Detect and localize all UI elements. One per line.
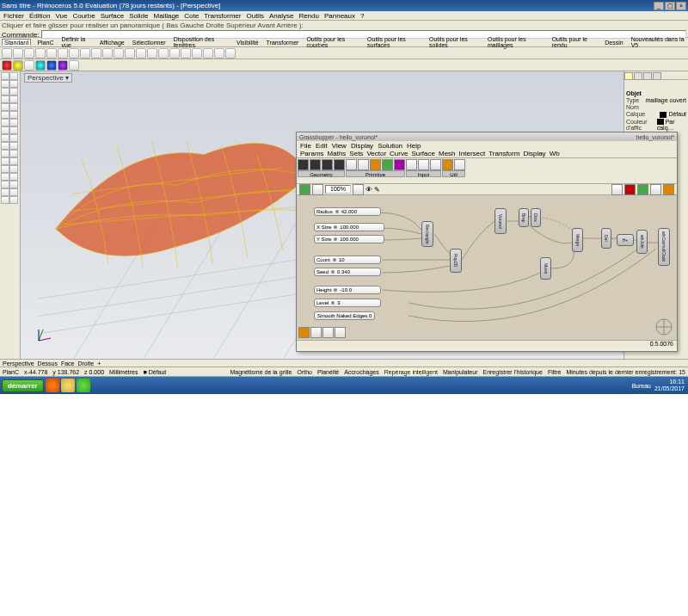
cone-tool-icon[interactable] (9, 134, 18, 142)
gh-menu-edit[interactable]: Edit (316, 142, 328, 150)
tab-standard[interactable]: Standard (2, 39, 31, 46)
circle-tool-icon[interactable] (1, 95, 9, 103)
osnap-gumball[interactable]: Manipulateur (443, 369, 477, 375)
gh-input-icon[interactable] (406, 159, 417, 170)
extrude-tool-icon[interactable] (9, 119, 18, 126)
component-del[interactable]: Del (601, 228, 611, 249)
osnap-filter[interactable]: Filtre (548, 369, 562, 375)
props-tab-icon[interactable] (624, 72, 633, 80)
toolbar-tabs[interactable]: Standard PlanC Définir la vue Affichage … (0, 38, 688, 47)
tab-solides[interactable]: Outils pour les solides (427, 36, 482, 48)
gh-prim-icon[interactable] (394, 159, 405, 170)
render-icon[interactable] (192, 48, 202, 59)
gh-tab-curve[interactable]: Curve (390, 150, 408, 157)
gh-canvas-toolbar[interactable]: 100% 👁 ✎ (297, 184, 677, 195)
tab-fenetres[interactable]: Disposition des fenêtres (172, 36, 230, 48)
gh-menu-file[interactable]: File (300, 142, 311, 150)
fillet-tool-icon[interactable] (1, 188, 9, 196)
gh-prim-icon[interactable] (358, 159, 369, 170)
tray-desk[interactable]: Bureau (631, 383, 651, 389)
tab-dessin[interactable]: Dessin (603, 40, 624, 46)
tab-vue[interactable]: Définir la vue (60, 36, 94, 48)
slider-height[interactable]: Height -10.0 (314, 286, 381, 294)
gh-tab-transform[interactable]: Transform (488, 150, 519, 157)
menu-solide[interactable]: Solide (129, 12, 148, 20)
gh-shade-icon[interactable] (663, 184, 674, 195)
open-icon[interactable] (13, 48, 23, 59)
mirror-tool-icon[interactable] (1, 165, 9, 173)
polygon-tool-icon[interactable] (1, 111, 9, 119)
save-icon[interactable] (24, 48, 34, 59)
paste-icon[interactable] (69, 48, 79, 59)
explorer-icon[interactable] (61, 379, 75, 392)
menu-maillage[interactable]: Maillage (154, 12, 180, 20)
tab-courbes[interactable]: Outils pour les courbes (304, 36, 361, 48)
gh-category-tabs[interactable]: Params Maths Sets Vector Curve Surface M… (297, 150, 677, 158)
gh-zoomfit-icon[interactable] (353, 184, 364, 195)
gh-param-icon[interactable] (310, 159, 321, 170)
analyze-tool-icon[interactable] (9, 196, 18, 204)
slider-ysize[interactable]: Y Size 100.000 (314, 235, 384, 243)
line-tool-icon[interactable] (9, 80, 18, 88)
grasshopper-window[interactable]: Grasshopper - hello_voronoi* hello_voron… (296, 132, 678, 352)
gh-open-icon[interactable] (299, 184, 310, 195)
explode-tool-icon[interactable] (9, 181, 18, 188)
ellipse-tool-icon[interactable] (9, 103, 18, 111)
chamfer-tool-icon[interactable] (9, 188, 18, 196)
gh-tab-maths[interactable]: Maths (328, 150, 347, 157)
menu-cote[interactable]: Cote (184, 12, 199, 20)
osnap-planar[interactable]: Planéité (317, 369, 339, 375)
gh-param-icon[interactable] (322, 159, 333, 170)
props-icon[interactable] (214, 48, 224, 59)
gh-save-icon[interactable] (312, 184, 323, 195)
array-tool-icon[interactable] (9, 165, 18, 173)
zoom-icon[interactable] (147, 48, 157, 59)
main-toolbar-1[interactable] (0, 47, 688, 59)
component-merge[interactable]: Merge (572, 228, 583, 252)
boolean-tool-icon[interactable] (9, 142, 18, 150)
help-icon[interactable] (225, 48, 236, 59)
component-brep[interactable]: Brep (519, 208, 529, 227)
gh-titlebar[interactable]: Grasshopper - hello_voronoi* hello_voron… (297, 132, 677, 141)
new-icon[interactable] (2, 48, 12, 59)
tab-visibilite[interactable]: Visibilité (235, 40, 261, 46)
slider-xsize[interactable]: X Size 100.000 (314, 223, 384, 231)
gh-tab-mesh[interactable]: Mesh (439, 150, 456, 157)
menu-vue[interactable]: Vue (55, 12, 67, 20)
prop-layer-value[interactable]: Défaut (660, 111, 686, 118)
component-divs[interactable]: Divs (531, 208, 541, 227)
gh-menu-display[interactable]: Display (351, 142, 373, 150)
dim-tool-icon[interactable] (1, 196, 9, 204)
gh-menubar[interactable]: File Edit View Display Solution Help (297, 141, 677, 150)
menu-rendu[interactable]: Rendu (298, 12, 319, 20)
menu-transformer[interactable]: Transformer (204, 12, 241, 20)
firefox-icon[interactable] (46, 379, 59, 392)
menu-edition[interactable]: Édition (29, 12, 50, 20)
gh-input-icon[interactable] (430, 159, 441, 170)
gh-menu-view[interactable]: View (332, 142, 347, 150)
sphere-yellow-icon[interactable] (13, 60, 23, 71)
gh-tab-params[interactable]: Params (300, 150, 324, 157)
maximize-button[interactable]: ▢ (665, 2, 675, 10)
gh-compass-icon[interactable] (654, 317, 673, 336)
component-move1[interactable]: Move (540, 257, 551, 280)
sphere-red-icon[interactable] (2, 60, 12, 71)
menu-surface[interactable]: Surface (101, 12, 125, 20)
slider-count[interactable]: Count 10 (314, 256, 381, 264)
text-tool-icon[interactable] (9, 111, 18, 119)
tab-rendu[interactable]: Outils pour le rendu (550, 36, 599, 48)
gh-tab-display[interactable]: Display (523, 150, 545, 157)
prop-color-value[interactable]: Par calq… (657, 119, 686, 132)
menu-panneaux[interactable]: Panneaux (324, 12, 355, 20)
slider-radius[interactable]: Radius 42.000 (314, 207, 381, 216)
component-voronoi[interactable]: Voronoi (494, 208, 507, 234)
main-menubar[interactable]: Fichier Édition Vue Courbe Surface Solid… (0, 11, 688, 21)
gh-panel-icon[interactable] (335, 327, 346, 338)
split-tool-icon[interactable] (9, 173, 18, 181)
gh-scribble-icon[interactable] (322, 327, 334, 338)
display-tab-icon[interactable] (643, 72, 652, 80)
main-toolbar-2[interactable] (0, 59, 688, 71)
view2-icon[interactable] (114, 48, 124, 59)
close-button[interactable]: × (676, 2, 686, 10)
component-pop2d[interactable]: Pop2D (450, 249, 462, 273)
